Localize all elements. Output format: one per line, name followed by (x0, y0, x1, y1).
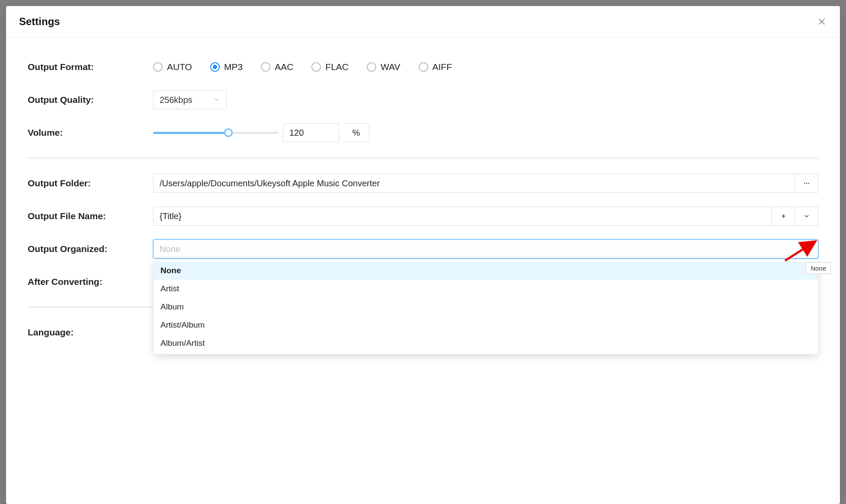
modal-title: Settings (19, 16, 60, 28)
label-output-quality: Output Quality: (28, 95, 153, 105)
dropdown-item[interactable]: Artist/Album (154, 316, 818, 334)
dots-icon (803, 180, 810, 187)
filename-template-button[interactable] (795, 207, 818, 226)
svg-point-2 (808, 183, 809, 184)
radio-ring-icon (367, 62, 376, 72)
radio-label: AAC (275, 62, 293, 72)
row-output-folder: Output Folder: /Users/apple/Documents/Uk… (28, 171, 818, 195)
radio-wav[interactable]: WAV (367, 62, 401, 72)
radio-label: WAV (381, 62, 401, 72)
svg-point-1 (806, 183, 807, 184)
label-language: Language: (28, 327, 153, 338)
row-output-organized: Output Organized: None None NoneArtistAl… (28, 237, 818, 261)
chevron-down-icon (805, 244, 812, 254)
output-organized-placeholder: None (160, 244, 180, 254)
output-file-name-input[interactable]: {Title} (153, 207, 772, 226)
label-output-file-name: Output File Name: (28, 211, 153, 221)
radio-ring-icon (210, 62, 220, 72)
radio-aac[interactable]: AAC (261, 62, 293, 72)
output-format-radio-group: AUTOMP3AACFLACWAVAIFF (153, 62, 452, 72)
output-organized-dropdown: NoneArtistAlbumArtist/AlbumAlbum/Artist (154, 260, 818, 354)
slider-fill (153, 132, 228, 134)
label-output-format: Output Format: (28, 62, 153, 72)
radio-label: MP3 (224, 62, 243, 72)
row-volume: Volume: 120 % (28, 121, 818, 145)
radio-mp3[interactable]: MP3 (210, 62, 243, 72)
output-folder-input[interactable]: /Users/apple/Documents/Ukeysoft Apple Mu… (153, 174, 795, 193)
output-quality-select[interactable]: 256kbps (153, 90, 227, 109)
radio-label: AIFF (433, 62, 452, 72)
output-organized-select[interactable]: None None NoneArtistAlbumArtist/AlbumAlb… (153, 239, 818, 258)
modal-body: Output Format: AUTOMP3AACFLACWAVAIFF Out… (6, 38, 840, 504)
divider (28, 158, 818, 158)
output-quality-value: 256kbps (160, 95, 192, 105)
radio-ring-icon (153, 62, 163, 72)
close-button[interactable] (817, 16, 827, 27)
volume-unit: % (343, 123, 369, 142)
radio-ring-icon (261, 62, 270, 72)
label-after-converting: After Converting: (28, 277, 153, 287)
volume-slider[interactable] (153, 128, 279, 138)
label-output-organized: Output Organized: (28, 244, 153, 254)
tooltip: None (806, 262, 831, 274)
radio-auto[interactable]: AUTO (153, 62, 192, 72)
radio-ring-icon (311, 62, 321, 72)
label-volume: Volume: (28, 128, 153, 138)
label-output-folder: Output Folder: (28, 178, 153, 188)
radio-aiff[interactable]: AIFF (419, 62, 452, 72)
slider-thumb[interactable] (224, 128, 233, 137)
row-output-format: Output Format: AUTOMP3AACFLACWAVAIFF (28, 55, 818, 79)
browse-folder-button[interactable] (795, 174, 818, 193)
arrow-left-icon (780, 213, 787, 220)
chevron-down-icon (803, 213, 810, 220)
row-output-quality: Output Quality: 256kbps (28, 88, 818, 112)
radio-ring-icon (419, 62, 428, 72)
radio-label: FLAC (325, 62, 349, 72)
radio-flac[interactable]: FLAC (311, 62, 349, 72)
modal-header: Settings (6, 6, 840, 38)
dropdown-item[interactable]: None (154, 262, 818, 280)
close-icon (817, 17, 827, 26)
svg-point-0 (804, 183, 805, 184)
chevron-down-icon (213, 95, 220, 105)
settings-modal: Settings Output Format: AUTOMP3AACFLACWA… (6, 6, 840, 504)
row-output-file-name: Output File Name: {Title} (28, 204, 818, 228)
dropdown-item[interactable]: Album (154, 298, 818, 316)
volume-input[interactable]: 120 (283, 123, 339, 142)
undo-filename-button[interactable] (772, 207, 795, 226)
radio-label: AUTO (167, 62, 192, 72)
dropdown-item[interactable]: Album/Artist (154, 334, 818, 352)
dropdown-item[interactable]: Artist (154, 280, 818, 298)
